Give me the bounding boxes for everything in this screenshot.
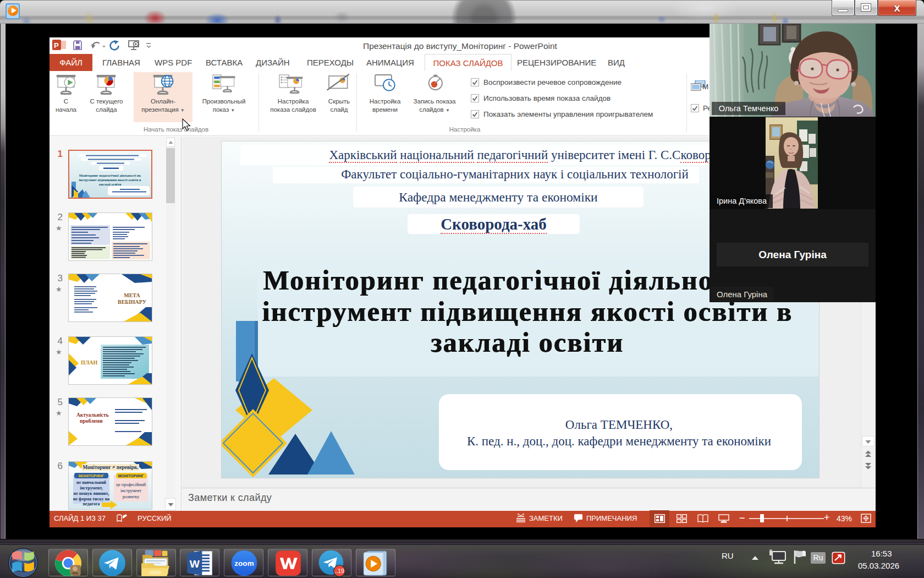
- svg-text:інструмент: інструмент: [120, 488, 141, 493]
- svg-text:не пошук винних,: не пошук винних,: [74, 491, 109, 496]
- svg-text:проблеми: проблеми: [80, 418, 103, 424]
- svg-text:це професійний: це професійний: [116, 482, 146, 487]
- svg-text:педагога: педагога: [82, 501, 100, 506]
- svg-text:Моніторинг педагогічної діяльн: Моніторинг педагогічної діяльності як: [79, 173, 141, 177]
- svg-text:закладі освіти: закладі освіти: [99, 182, 122, 186]
- svg-text:Моніторинг ≠ перевірк.: Моніторинг ≠ перевірк.: [82, 465, 139, 470]
- svg-text:ПЛАН: ПЛАН: [81, 359, 97, 366]
- svg-text:не навчальний: не навчальний: [76, 480, 106, 485]
- svg-text:розвитку: розвитку: [123, 494, 140, 499]
- svg-text:zoom: zoom: [234, 559, 254, 568]
- svg-text:інструмент,: інструмент,: [80, 486, 103, 490]
- svg-text:інструмент підвищення якості о: інструмент підвищення якості освіти в: [79, 178, 141, 182]
- svg-text:МЕТА: МЕТА: [124, 292, 140, 298]
- svg-text:Актуальність: Актуальність: [76, 412, 109, 418]
- svg-text:W: W: [190, 558, 200, 570]
- svg-text:МОНІТОРИНГ: МОНІТОРИНГ: [79, 474, 105, 478]
- svg-text:ВЕБІНАРУ: ВЕБІНАРУ: [118, 299, 147, 305]
- svg-text:МОНІТОРИНГ: МОНІТОРИНГ: [118, 474, 144, 478]
- svg-text:..19: ..19: [335, 568, 344, 574]
- svg-text:P: P: [54, 41, 59, 50]
- svg-text:не форма тиску на: не форма тиску на: [73, 497, 110, 501]
